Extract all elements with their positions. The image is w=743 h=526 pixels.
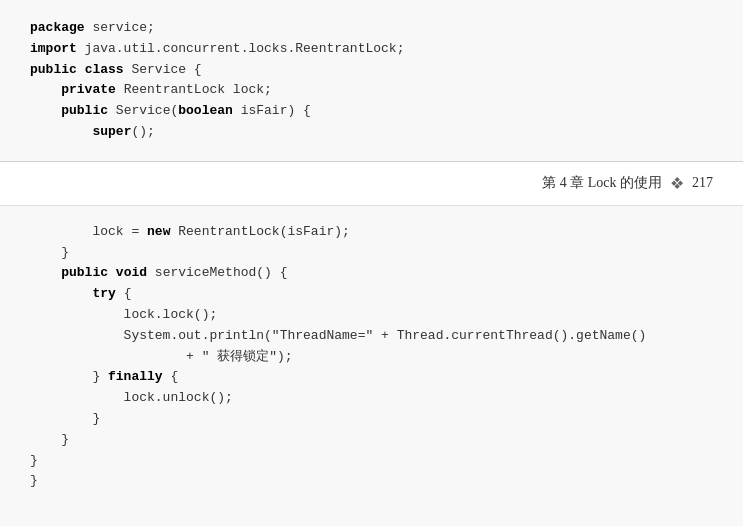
keyword: private <box>61 82 116 97</box>
code-line: public Service(boolean isFair) { <box>30 101 713 122</box>
keyword: package <box>30 20 85 35</box>
code-line: lock = new ReentrantLock(isFair); <box>30 222 713 243</box>
code-line: } <box>30 471 713 492</box>
code-line: } <box>30 409 713 430</box>
page-number: 217 <box>692 175 713 191</box>
keyword: new <box>147 224 170 239</box>
code-line: } <box>30 451 713 472</box>
keyword: public <box>61 265 108 280</box>
code-line: } finally { <box>30 367 713 388</box>
code-line: + " 获得锁定"); <box>30 347 713 368</box>
code-line: package service; <box>30 18 713 39</box>
code-line: try { <box>30 284 713 305</box>
code-line: lock.lock(); <box>30 305 713 326</box>
keyword: void <box>116 265 147 280</box>
bottom-section: 第 4 章 Lock 的使用 ❖ 217 lock = new Reentran… <box>0 162 743 526</box>
code-line: private ReentrantLock lock; <box>30 80 713 101</box>
code-line: } <box>30 243 713 264</box>
code-line: lock.unlock(); <box>30 388 713 409</box>
page-container: package service; import java.util.concur… <box>0 0 743 526</box>
code-line: public class Service { <box>30 60 713 81</box>
chapter-header: 第 4 章 Lock 的使用 ❖ 217 <box>0 162 743 206</box>
code-line: import java.util.concurrent.locks.Reentr… <box>30 39 713 60</box>
keyword: import <box>30 41 77 56</box>
keyword: boolean <box>178 103 233 118</box>
top-code-section: package service; import java.util.concur… <box>0 0 743 162</box>
keyword: public <box>61 103 108 118</box>
keyword: try <box>92 286 115 301</box>
code-line: super(); <box>30 122 713 143</box>
bottom-code-section: lock = new ReentrantLock(isFair); } publ… <box>0 206 743 526</box>
keyword: public <box>30 62 77 77</box>
code-line: public void serviceMethod() { <box>30 263 713 284</box>
keyword: class <box>85 62 124 77</box>
chapter-label: 第 4 章 Lock 的使用 <box>542 174 662 192</box>
keyword: super <box>92 124 131 139</box>
chapter-title: 第 4 章 Lock 的使用 ❖ 217 <box>542 174 713 193</box>
diamond-icon: ❖ <box>670 174 684 193</box>
code-line: System.out.println("ThreadName=" + Threa… <box>30 326 713 347</box>
keyword: finally <box>108 369 163 384</box>
code-line: } <box>30 430 713 451</box>
